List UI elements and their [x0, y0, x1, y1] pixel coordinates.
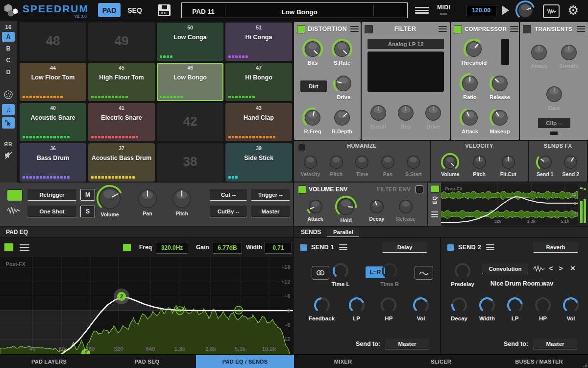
feedback-knob[interactable]: Feedback: [309, 295, 335, 322]
resonance-knob[interactable]: Res: [395, 102, 416, 130]
send2-menu-icon[interactable]: [486, 244, 494, 251]
hum-sstart-knob[interactable]: S.Start: [404, 153, 423, 178]
pad-51[interactable]: 51Hi Conga: [225, 23, 292, 61]
pad-pan-knob[interactable]: Pan: [135, 186, 160, 217]
ir-waveform-icon[interactable]: [533, 265, 545, 272]
send1-vol-knob[interactable]: Vol: [411, 295, 431, 322]
env-hold-knob[interactable]: Hold: [335, 195, 357, 224]
transients-enable-button[interactable]: [523, 25, 531, 33]
master-volume-knob[interactable]: [515, 0, 536, 21]
bank-a-button[interactable]: A: [2, 32, 15, 42]
send1-lp-knob[interactable]: LP: [346, 295, 367, 322]
filter-drive-knob[interactable]: Drive: [422, 102, 444, 130]
pad-38[interactable]: 38: [157, 143, 223, 182]
link-channels-icon[interactable]: [312, 266, 329, 280]
pad-enable-button[interactable]: [7, 189, 23, 201]
solo-pad-button[interactable]: S: [80, 206, 95, 217]
send2-lp-knob[interactable]: LP: [505, 295, 525, 322]
pad-eq-enable-button[interactable]: [4, 243, 14, 252]
save-kit-icon[interactable]: KIT: [158, 4, 171, 16]
comp-attack-knob[interactable]: Attack: [459, 107, 481, 134]
pad-eq-menu-icon[interactable]: [20, 244, 29, 251]
tab-buses-master[interactable]: BUSES / MASTER: [490, 355, 588, 368]
humanize-enable-checkbox[interactable]: [298, 144, 305, 151]
send1-enable-button[interactable]: [300, 244, 307, 251]
next-ir-icon[interactable]: >: [559, 264, 563, 272]
pad-37[interactable]: 37Acoustic Bass Drum: [88, 143, 155, 182]
env-attack-knob[interactable]: Attack: [306, 197, 325, 222]
round-robin-label[interactable]: ЯR: [4, 141, 13, 147]
reverb-width-knob[interactable]: Width: [477, 295, 497, 322]
band-enable-button[interactable]: [122, 243, 131, 252]
tab-pad-seq[interactable]: PAD SEQ: [98, 355, 196, 368]
time-r-knob[interactable]: Time R: [379, 261, 400, 288]
freq-value-field[interactable]: 320.0Hz: [156, 242, 188, 254]
eq-menu-icon[interactable]: [431, 211, 438, 218]
hum-pan-knob[interactable]: Pan: [378, 153, 397, 178]
one-shot-button[interactable]: One Shot: [27, 206, 76, 217]
distortion-enable-button[interactable]: [297, 25, 305, 33]
trigger-button[interactable]: Trigger --: [251, 189, 290, 201]
send1-destination-button[interactable]: Master: [385, 339, 429, 349]
pad-selector-display[interactable]: PAD 11 Low Bongo: [181, 2, 408, 18]
pad-name-readout[interactable]: Low Bongo: [225, 8, 373, 16]
bank-b-button[interactable]: B: [2, 44, 15, 53]
ir-file-name[interactable]: Nice Drum Room.wav: [461, 280, 583, 287]
settings-gear-icon[interactable]: ⚙: [567, 1, 579, 19]
compressor-menu-icon[interactable]: [510, 26, 518, 32]
pad-volume-knob[interactable]: Volume: [96, 184, 123, 218]
main-menu-icon[interactable]: [415, 5, 429, 15]
pad-45[interactable]: 45High Floor Tom: [88, 63, 155, 101]
threshold-knob[interactable]: Threshold: [461, 38, 487, 66]
pad-48[interactable]: 48: [20, 23, 86, 61]
srate-knob[interactable]: S.Rate: [331, 38, 353, 66]
send2-destination-button[interactable]: Master: [533, 339, 577, 349]
cutby-button[interactable]: CutBy --: [210, 206, 247, 217]
pad-46[interactable]: 46Low Bongo: [157, 63, 223, 101]
reverb-decay-knob[interactable]: Decay: [449, 295, 469, 322]
send1-hp-knob[interactable]: HP: [378, 295, 399, 322]
filter-env-checkbox[interactable]: [416, 185, 423, 193]
env-decay-knob[interactable]: Decay: [367, 197, 387, 222]
dist-drive-knob[interactable]: Drive: [333, 73, 354, 100]
trans-attack-knob[interactable]: Attack: [528, 42, 550, 69]
send2-vol-knob[interactable]: Vol: [561, 295, 581, 322]
clip-mode-button[interactable]: Clip --: [538, 118, 570, 129]
hum-pitch-knob[interactable]: Pitch: [327, 153, 346, 178]
tab-pad[interactable]: PAD: [98, 3, 121, 17]
pad-47[interactable]: 47Hi Bongo: [225, 63, 292, 101]
pad-39[interactable]: 39Side Stick: [225, 143, 292, 182]
convolution-mode-button[interactable]: Convolution: [482, 263, 528, 274]
tab-mixer[interactable]: MIXER: [294, 355, 392, 368]
filter-enable-button[interactable]: [365, 25, 373, 33]
eq-response-graph[interactable]: 123440801603206401.3k2.6k5.1k10.2k+18+12…: [0, 257, 293, 354]
send1-menu-icon[interactable]: [339, 244, 347, 251]
send1-fx-selector[interactable]: Delay: [382, 242, 427, 253]
comp-release-knob[interactable]: Release: [489, 73, 511, 100]
tempo-display[interactable]: 120.00: [466, 5, 496, 16]
eq-enable-button[interactable]: [431, 185, 440, 193]
dirt-mode-button[interactable]: Dirt: [300, 80, 327, 92]
send2-enable-button[interactable]: [447, 244, 454, 251]
volume-env-title[interactable]: VOLUME ENV: [309, 186, 347, 193]
eq-mini-display[interactable]: 3201.3k5.1k+120-12Post-FX: [441, 184, 578, 225]
send2-amount-knob[interactable]: Send 2: [561, 153, 580, 178]
mute-pad-button[interactable]: M: [80, 189, 95, 201]
bank-d-button[interactable]: D: [2, 67, 15, 77]
pad-44[interactable]: 44Low Floor Tom: [20, 63, 86, 101]
clear-ir-icon[interactable]: ×: [570, 264, 575, 272]
resize-grip[interactable]: [583, 363, 588, 368]
makeup-knob[interactable]: Makeup: [489, 107, 511, 134]
filter-menu-icon[interactable]: [439, 26, 447, 32]
trans-gain-knob[interactable]: Gain: [543, 83, 565, 111]
filter-type-button[interactable]: Analog LP 12: [368, 39, 444, 50]
delay-sync-mode-icon[interactable]: [415, 266, 433, 280]
pad-49[interactable]: 49: [88, 23, 155, 61]
pad-40[interactable]: 40Acoustic Snare: [20, 103, 86, 141]
transients-menu-icon[interactable]: [577, 26, 585, 32]
compressor-enable-button[interactable]: [454, 25, 462, 33]
send1-amount-knob[interactable]: Send 1: [536, 153, 555, 178]
hum-velocity-knob[interactable]: Velocity: [301, 153, 320, 178]
tab-seq[interactable]: SEQ: [123, 3, 146, 17]
cutoff-knob[interactable]: Cutoff: [368, 102, 389, 130]
